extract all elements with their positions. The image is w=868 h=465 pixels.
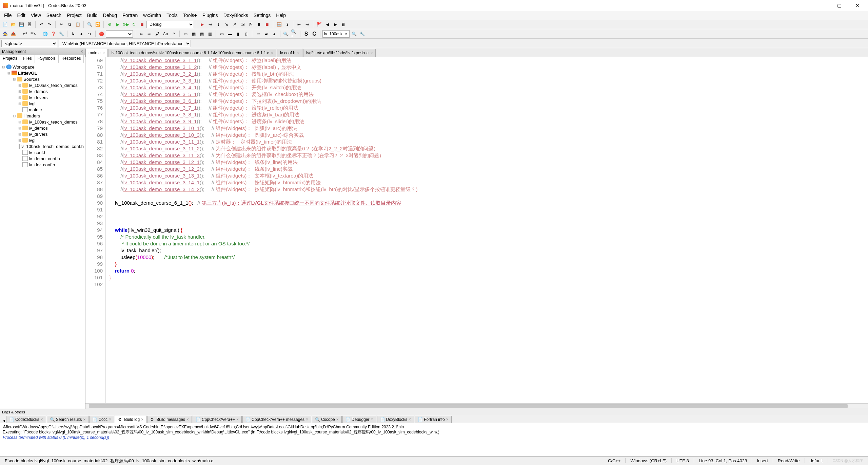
line-comment-icon[interactable]: **< [29, 30, 37, 38]
tree-item[interactable]: lv_drv_conf.h [0, 162, 85, 168]
close-logtab-icon[interactable]: × [306, 417, 308, 422]
case-icon[interactable]: Aa [162, 30, 169, 38]
menu-help[interactable]: Help [273, 13, 289, 18]
grid3-icon[interactable]: ▲ [271, 30, 278, 38]
step-into-icon[interactable]: ↘ [223, 21, 230, 28]
toggle-icon[interactable]: ▦ [190, 30, 197, 38]
jump-back-icon[interactable]: ⇤ [295, 21, 303, 28]
search-go-icon[interactable]: 🔍 [350, 30, 358, 38]
editor-tab[interactable]: lv conf.h× [277, 49, 302, 57]
menu-view[interactable]: View [28, 13, 44, 18]
close-pane-icon[interactable]: × [81, 49, 83, 54]
tree-item[interactable]: lv_conf.h [0, 149, 85, 155]
tree-item[interactable]: ⊟Sources [0, 76, 85, 82]
bookmark-clear-icon[interactable]: 🗑 [340, 21, 347, 28]
close-logtab-icon[interactable]: × [186, 417, 189, 422]
mgmt-tab-fsymbols[interactable]: FSymbols [35, 55, 59, 63]
tree-item[interactable]: main.c [0, 107, 85, 113]
zoom-out-icon[interactable]: 🔍- [282, 30, 290, 38]
menu-edit[interactable]: Edit [15, 13, 28, 18]
tree-item[interactable]: ⊞lvgl [0, 137, 85, 143]
close-logtab-icon[interactable]: × [446, 417, 449, 422]
doxy-extract-icon[interactable]: 📤 [9, 30, 17, 38]
various-info-icon[interactable]: ℹ [283, 21, 291, 28]
menu-search[interactable]: Search [44, 13, 64, 18]
close-logtab-icon[interactable]: × [371, 417, 373, 422]
grid2-icon[interactable]: ▰ [262, 30, 270, 38]
layout3-icon[interactable]: ▮ [234, 30, 242, 38]
layout2-icon[interactable]: ▬ [226, 30, 234, 38]
chm-help-icon[interactable]: ❓ [50, 30, 57, 38]
close-button[interactable]: ✕ [850, 0, 865, 11]
log-tab[interactable]: 🔍Search results× [47, 416, 89, 423]
logs-body[interactable]: \Microsoft\WindowsApps;C:\Users\wyj\AppD… [0, 423, 868, 456]
next-instr-icon[interactable]: ⇲ [239, 21, 246, 28]
fortran-back-icon[interactable]: ● [78, 30, 85, 38]
close-tab-icon[interactable]: × [297, 51, 299, 55]
bookmark-toggle-icon[interactable]: 🚩 [315, 21, 323, 28]
paste-icon[interactable]: 📋 [74, 21, 81, 28]
next-icon[interactable]: ⇒ [145, 30, 153, 38]
menu-project[interactable]: Project [64, 13, 84, 18]
log-tab[interactable]: 📄Debugger× [342, 416, 376, 423]
log-tab[interactable]: 🔍Cscope× [312, 416, 342, 423]
menu-wxsmith[interactable]: wxSmith [140, 13, 164, 18]
logtab-prev-icon[interactable]: ◂ [1, 418, 6, 423]
close-logtab-icon[interactable]: × [236, 417, 239, 422]
menu-tools+[interactable]: Tools+ [180, 13, 200, 18]
run-to-cursor-icon[interactable]: ⇥ [206, 21, 214, 28]
save-all-icon[interactable]: 🗄 [26, 21, 33, 28]
find-icon[interactable]: 🔍 [86, 21, 93, 28]
rebuild-icon[interactable]: ↻ [130, 21, 138, 28]
tree-item[interactable]: lv_demo_conf.h [0, 155, 85, 162]
menu-tools[interactable]: Tools [164, 13, 180, 18]
zoom-in-icon[interactable]: 🔍+ [291, 30, 298, 38]
fortran-fwd-icon[interactable]: ↪ [86, 30, 93, 38]
close-logtab-icon[interactable]: × [336, 417, 339, 422]
close-logtab-icon[interactable]: × [83, 417, 85, 422]
log-tab[interactable]: 📄Fortran info× [415, 416, 451, 423]
log-tab[interactable]: 📄DoxyBlocks× [377, 416, 414, 423]
tree-item[interactable]: ⊞lvgl [0, 100, 85, 107]
menu-doxyblocks[interactable]: DoxyBlocks [221, 13, 251, 18]
redo-icon[interactable]: ↷ [46, 21, 53, 28]
close-logtab-icon[interactable]: × [109, 417, 111, 422]
run-icon[interactable]: ▶ [114, 21, 121, 28]
tree-item[interactable]: lv_100ask_teach_demos_conf.h [0, 143, 85, 149]
search-field[interactable] [322, 30, 350, 38]
menu-file[interactable]: File [1, 13, 15, 18]
open-file-icon[interactable]: 📂 [9, 21, 17, 28]
abort-icon[interactable]: ⏹ [138, 21, 146, 28]
debug-windows-icon[interactable]: 🪟 [275, 21, 283, 28]
editor-tab[interactable]: lvgl\src\extra\libs\fsdrv\lv fs posix.c× [303, 49, 376, 57]
replace-icon[interactable]: 🔁 [94, 21, 101, 28]
html-help-icon[interactable]: 🌐 [41, 30, 49, 38]
tree-item[interactable]: ⊞lv_demos [0, 125, 85, 131]
undo-icon[interactable]: ↶ [38, 21, 45, 28]
close-logtab-icon[interactable]: × [141, 417, 143, 422]
cut-icon[interactable]: ✂ [58, 21, 65, 28]
tree-item[interactable]: ⊞lv_drivers [0, 131, 85, 137]
menu-fortran[interactable]: Fortran [120, 13, 140, 18]
doxy-wizard-icon[interactable]: 🧙 [1, 30, 9, 38]
next-line-icon[interactable]: ⤵ [215, 21, 222, 28]
build-icon[interactable]: ⚙ [106, 21, 113, 28]
close-tab-icon[interactable]: × [102, 51, 104, 55]
stop-debug-icon[interactable]: ⏹ [263, 21, 271, 28]
break-debug-icon[interactable]: ⏸ [255, 21, 263, 28]
build-run-icon[interactable]: ⚙▶ [122, 21, 130, 28]
debug-run-icon[interactable]: ▶ [198, 21, 206, 28]
tree-item[interactable]: ⊞lv_100ask_teach_demos [0, 82, 85, 88]
select-icon[interactable]: ▭ [182, 30, 189, 38]
search-options-icon[interactable]: 🔧 [358, 30, 366, 38]
save-icon[interactable]: 💾 [18, 21, 25, 28]
menu-build[interactable]: Build [84, 13, 100, 18]
tree-item[interactable]: ⊟LittlevGL [0, 70, 85, 76]
editor-tab[interactable]: main.c× [85, 49, 108, 57]
config-icon[interactable]: 🔧 [58, 30, 65, 38]
abort-process-icon[interactable]: ⛔ [98, 30, 105, 38]
fortran-jump-icon[interactable]: ↳ [70, 30, 77, 38]
outline-icon[interactable]: ▤ [198, 30, 205, 38]
minimize-button[interactable]: ― [813, 0, 829, 11]
bookmark-prev-icon[interactable]: ◀ [323, 21, 331, 28]
